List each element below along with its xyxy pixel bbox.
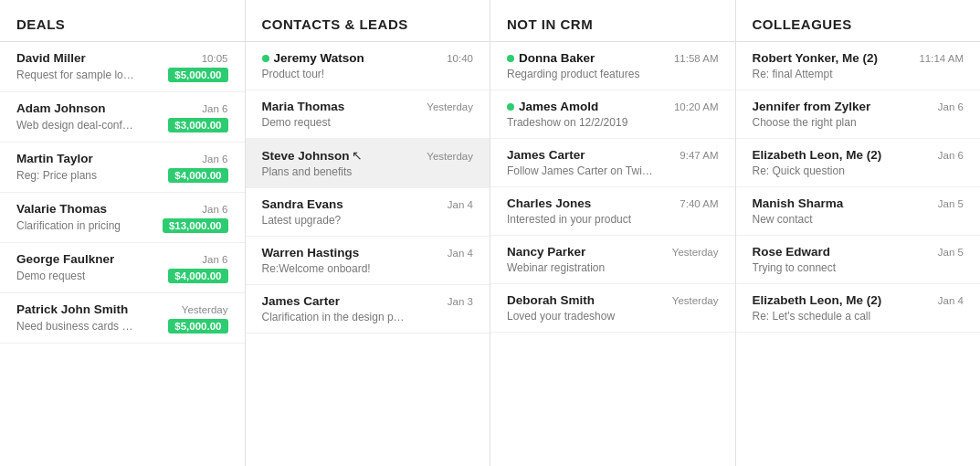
column-header-notincrm: NOT IN CRM (490, 0, 735, 42)
list-item[interactable]: George FaulknerJan 6Demo request$4,000.0… (0, 243, 245, 293)
item-preview: Choose the right plan (753, 116, 857, 129)
column-header-deals: DEALS (0, 0, 245, 42)
list-item[interactable]: Patrick John SmithYesterdayNeed business… (0, 293, 245, 344)
item-name: James Carter (507, 148, 585, 162)
list-item[interactable]: Valarie ThomasJan 6Clarification in pric… (0, 193, 245, 243)
item-name: Adam Johnson (16, 101, 106, 115)
list-item[interactable]: Jeremy Watson10:40Product tour! (246, 42, 490, 90)
list-item[interactable]: Steve Johnson↖YesterdayPlans and benefit… (246, 139, 490, 188)
list-item[interactable]: Maria ThomasYesterdayDemo request (246, 90, 490, 139)
item-top-row: David Miller10:05 (16, 51, 228, 65)
list-item[interactable]: Donna Baker11:58 AMRegarding product fea… (490, 42, 735, 90)
item-time: Jan 4 (448, 248, 473, 259)
item-name-row: Elizabeth Leon, Me (2) (753, 293, 882, 307)
item-time: Jan 6 (938, 101, 964, 112)
item-top-row: James Carter9:47 AM (507, 148, 719, 162)
item-top-row: Martin TaylorJan 6 (16, 152, 228, 165)
item-name: Steve Johnson (262, 149, 350, 163)
item-name-row: Donna Baker (507, 51, 595, 65)
list-item[interactable]: Sandra EvansJan 4Latest upgrade? (246, 188, 490, 237)
list-item[interactable]: Charles Jones7:40 AMInterested in your p… (490, 187, 735, 236)
item-top-row: Donna Baker11:58 AM (507, 51, 719, 65)
item-time: 11:58 AM (674, 53, 719, 64)
item-bottom-row: New contact (753, 213, 964, 226)
list-item[interactable]: James Carter9:47 AMFollow James Carter o… (490, 139, 735, 187)
list-item[interactable]: Rose EdwardJan 5Trying to connect (736, 236, 981, 284)
item-top-row: James CarterJan 3 (262, 294, 474, 308)
item-top-row: James Amold10:20 AM (507, 100, 719, 113)
item-time: Yesterday (427, 151, 473, 162)
item-name: Charles Jones (507, 196, 591, 210)
item-bottom-row: Demo request (262, 116, 474, 129)
column-notincrm: NOT IN CRMDonna Baker11:58 AMRegarding p… (490, 0, 736, 466)
item-name-row: James Amold (507, 100, 598, 113)
list-item[interactable]: Jennifer from ZylkerJan 6Choose the righ… (736, 90, 981, 139)
list-item[interactable]: Deborah SmithYesterdayLoved your tradesh… (490, 284, 735, 333)
item-preview: Plans and benefits (262, 165, 353, 178)
list-item[interactable]: Elizabeth Leon, Me (2)Jan 6Re: Quick que… (736, 139, 981, 187)
item-name-row: Adam Johnson (16, 101, 106, 115)
item-bottom-row: Web design deal-confirm...$3,000.00 (16, 118, 228, 132)
item-time: Jan 4 (448, 199, 473, 210)
item-top-row: Jennifer from ZylkerJan 6 (753, 100, 964, 113)
item-preview: Product tour! (262, 68, 325, 80)
deal-badge: $13,000.00 (163, 218, 228, 233)
item-name: Rose Edward (753, 245, 831, 259)
list-item[interactable]: Adam JohnsonJan 6Web design deal-confirm… (0, 92, 245, 143)
list-item[interactable]: Nancy ParkerYesterdayWebinar registratio… (490, 236, 735, 284)
item-time: Jan 6 (202, 254, 227, 265)
item-time: Jan 6 (202, 154, 227, 164)
column-header-contacts: CONTACTS & LEADS (246, 0, 490, 42)
item-name: Jeremy Watson (274, 51, 364, 65)
item-preview: Reg: Price plans (16, 169, 97, 182)
item-bottom-row: Regarding product features (507, 68, 719, 80)
item-bottom-row: Clarification in the design process (262, 311, 474, 323)
list-item[interactable]: James CarterJan 3Clarification in the de… (246, 285, 490, 334)
item-name-row: James Carter (262, 294, 341, 308)
item-name: Valarie Thomas (16, 202, 107, 216)
item-time: 10:20 AM (674, 101, 719, 112)
list-item[interactable]: Robert Yonker, Me (2)11:14 AMRe: final A… (736, 42, 981, 90)
list-item[interactable]: Manish SharmaJan 5New contact (736, 187, 981, 236)
item-name: Sandra Evans (262, 197, 343, 211)
item-name-row: Valarie Thomas (16, 202, 107, 216)
item-preview: Need business cards des... (16, 320, 135, 333)
column-contacts: CONTACTS & LEADSJeremy Watson10:40Produc… (246, 0, 491, 466)
item-top-row: Deborah SmithYesterday (507, 293, 719, 307)
items-list-contacts: Jeremy Watson10:40Product tour!Maria Tho… (246, 42, 490, 466)
column-colleagues: COLLEAGUESRobert Yonker, Me (2)11:14 AMR… (736, 0, 981, 466)
item-bottom-row: Latest upgrade? (262, 214, 474, 227)
item-bottom-row: Webinar registration (507, 261, 719, 274)
item-bottom-row: Re: Quick question (753, 164, 964, 177)
item-bottom-row: Reg: Price plans$4,000.00 (16, 168, 228, 183)
item-name-row: Jeremy Watson (262, 51, 364, 65)
list-item[interactable]: James Amold10:20 AMTradeshow on 12/2/201… (490, 90, 735, 139)
column-deals: DEALSDavid Miller10:05Request for sample… (0, 0, 246, 466)
items-list-notincrm: Donna Baker11:58 AMRegarding product fea… (490, 42, 735, 466)
item-preview: Follow James Carter on Twitter! (507, 164, 653, 177)
item-name-row: Deborah Smith (507, 293, 595, 307)
item-top-row: Warren HastingsJan 4 (262, 246, 474, 259)
item-top-row: Sandra EvansJan 4 (262, 197, 474, 211)
item-bottom-row: Clarification in pricing$13,000.00 (16, 218, 228, 233)
item-name-row: Martin Taylor (16, 152, 93, 165)
item-name: Deborah Smith (507, 293, 595, 307)
item-name-row: Maria Thomas (262, 100, 345, 113)
item-preview: Trying to connect (753, 261, 837, 274)
item-name-row: Steve Johnson↖ (262, 148, 363, 163)
item-bottom-row: Product tour! (262, 68, 474, 80)
list-item[interactable]: David Miller10:05Request for sample logo… (0, 42, 245, 92)
item-top-row: Maria ThomasYesterday (262, 100, 474, 113)
item-preview: Clarification in the design process (262, 311, 408, 323)
list-item[interactable]: Elizabeth Leon, Me (2)Jan 4Re: Let's sch… (736, 284, 981, 333)
item-preview: Re:Welcome onboard! (262, 262, 371, 275)
item-preview: Re: final Attempt (753, 68, 833, 80)
deal-badge: $5,000.00 (168, 68, 227, 82)
item-bottom-row: Request for sample logo...$5,000.00 (16, 68, 228, 82)
cursor-icon: ↖ (352, 148, 363, 163)
list-item[interactable]: Martin TaylorJan 6Reg: Price plans$4,000… (0, 143, 245, 193)
list-item[interactable]: Warren HastingsJan 4Re:Welcome onboard! (246, 237, 490, 285)
item-top-row: Patrick John SmithYesterday (16, 302, 228, 316)
items-list-deals: David Miller10:05Request for sample logo… (0, 42, 245, 466)
item-top-row: George FaulknerJan 6 (16, 252, 228, 266)
